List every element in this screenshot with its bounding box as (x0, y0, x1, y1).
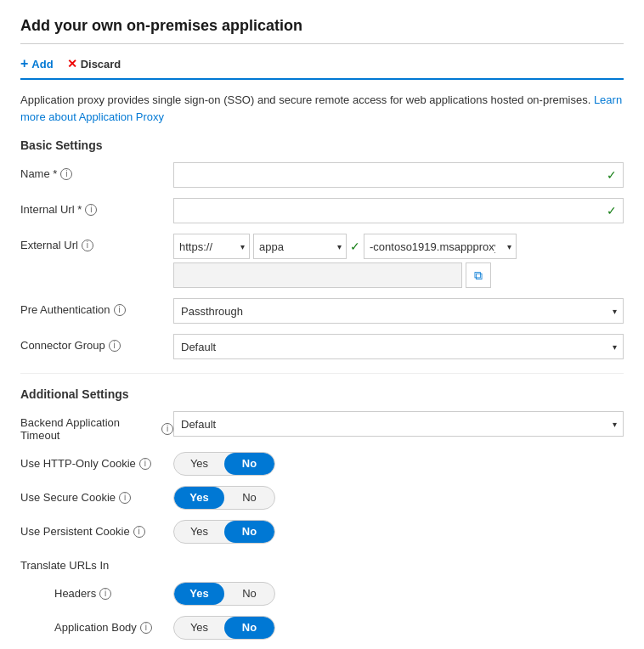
connector-group-select[interactable]: Default (173, 334, 624, 359)
connector-group-label: Connector Group i (20, 334, 173, 352)
external-url-label: External Url i (20, 234, 173, 251)
pre-auth-label: Pre Authentication i (20, 298, 173, 316)
headers-no-option[interactable]: No (224, 583, 274, 605)
scheme-select-wrapper: https:// http:// (173, 234, 250, 259)
name-row: Name * i AppA ✓ (20, 162, 624, 188)
add-button[interactable]: + Add (20, 56, 54, 71)
external-url-row: External Url i https:// http:// appa ✓ -… (20, 234, 624, 288)
subdomain-select-wrapper: appa (253, 234, 347, 259)
http-cookie-info-icon[interactable]: i (139, 458, 151, 470)
app-body-label: Application Body i (54, 616, 173, 634)
plus-icon: + (20, 56, 28, 71)
subdomain-check-icon: ✓ (350, 240, 360, 253)
secure-cookie-row: Use Secure Cookie i Yes No (20, 486, 624, 510)
copy-url-button[interactable]: ⧉ (466, 262, 491, 288)
http-cookie-row: Use HTTP-Only Cookie i Yes No (20, 452, 624, 476)
http-cookie-label: Use HTTP-Only Cookie i (20, 452, 173, 470)
persistent-cookie-row: Use Persistent Cookie i Yes No (20, 520, 624, 544)
description-text: Application proxy provides single sign-o… (20, 92, 624, 125)
headers-yes-option[interactable]: Yes (174, 583, 224, 605)
add-label: Add (31, 58, 53, 71)
backend-timeout-row: Backend Application Timeout i Default Lo… (20, 411, 624, 442)
discard-button[interactable]: ✕ Discard (67, 57, 121, 71)
external-url-controls: https:// http:// appa ✓ -contoso1919.msa… (173, 234, 624, 288)
persistent-cookie-no-option[interactable]: No (224, 521, 274, 543)
toolbar: + Add ✕ Discard (20, 56, 624, 80)
secure-cookie-info-icon[interactable]: i (119, 492, 131, 504)
persistent-cookie-info-icon[interactable]: i (133, 526, 145, 538)
persistent-cookie-label: Use Persistent Cookie i (20, 520, 173, 538)
name-label: Name * i (20, 162, 173, 180)
pre-auth-row: Pre Authentication i Passthrough Azure A… (20, 298, 624, 324)
persistent-cookie-toggle[interactable]: Yes No (173, 520, 275, 544)
secure-cookie-toggle-wrap: Yes No (173, 486, 624, 510)
internal-url-label: Internal Url * i (20, 198, 173, 216)
backend-timeout-select-wrap: Default Long (173, 411, 624, 437)
internal-url-check-icon: ✓ (607, 204, 617, 217)
page-title: Add your own on-premises application (20, 17, 624, 44)
headers-info-icon[interactable]: i (99, 588, 111, 600)
app-body-toggle[interactable]: Yes No (173, 616, 275, 640)
x-icon: ✕ (67, 57, 77, 71)
secure-cookie-toggle[interactable]: Yes No (173, 486, 275, 510)
external-url-full-input: https://appa-contoso1919.msappproxy.net/ (173, 262, 462, 288)
app-body-info-icon[interactable]: i (140, 622, 152, 634)
name-input-wrap: AppA ✓ (173, 162, 624, 188)
domain-select-wrapper: -contoso1919.msappproxy.net/ (364, 234, 517, 259)
section-divider (20, 373, 624, 374)
external-url-display-row: https://appa-contoso1919.msappproxy.net/… (173, 262, 624, 288)
external-url-selects-row: https:// http:// appa ✓ -contoso1919.msa… (173, 234, 624, 259)
secure-cookie-yes-option[interactable]: Yes (174, 487, 224, 509)
discard-label: Discard (81, 58, 121, 71)
http-cookie-toggle-wrap: Yes No (173, 452, 624, 476)
connector-group-row: Connector Group i Default (20, 334, 624, 359)
connector-group-info-icon[interactable]: i (109, 340, 121, 352)
secure-cookie-label: Use Secure Cookie i (20, 486, 173, 504)
name-check-icon: ✓ (607, 168, 617, 182)
headers-row: Headers i Yes No (20, 582, 624, 606)
domain-select[interactable]: -contoso1919.msappproxy.net/ (364, 234, 517, 259)
headers-toggle-wrap: Yes No (173, 582, 624, 606)
connector-group-select-wrap: Default (173, 334, 624, 359)
persistent-cookie-yes-option[interactable]: Yes (174, 521, 224, 543)
secure-cookie-no-option[interactable]: No (224, 487, 274, 509)
basic-settings-title: Basic Settings (20, 138, 624, 152)
headers-label: Headers i (54, 582, 173, 600)
additional-settings-title: Additional Settings (20, 387, 624, 401)
external-url-info-icon[interactable]: i (82, 240, 93, 251)
backend-timeout-label: Backend Application Timeout i (20, 411, 173, 442)
pre-auth-select[interactable]: Passthrough Azure Active Directory (173, 298, 624, 324)
internal-url-input-wrap: https://Server1.contoso.com ✓ (173, 198, 624, 223)
pre-auth-select-wrap: Passthrough Azure Active Directory (173, 298, 624, 324)
internal-url-info-icon[interactable]: i (85, 204, 97, 216)
http-cookie-no-option[interactable]: No (224, 453, 274, 475)
subdomain-select[interactable]: appa (253, 234, 347, 259)
pre-auth-info-icon[interactable]: i (114, 304, 126, 316)
app-body-row: Application Body i Yes No (20, 616, 624, 640)
name-info-icon[interactable]: i (60, 168, 72, 180)
internal-url-row: Internal Url * i https://Server1.contoso… (20, 198, 624, 223)
backend-timeout-info-icon[interactable]: i (161, 423, 173, 435)
scheme-select[interactable]: https:// http:// (173, 234, 250, 259)
app-body-toggle-wrap: Yes No (173, 616, 624, 640)
http-cookie-yes-option[interactable]: Yes (174, 453, 224, 475)
http-cookie-toggle[interactable]: Yes No (173, 452, 275, 476)
translate-urls-title-row: Translate URLs In (20, 554, 624, 572)
internal-url-input[interactable]: https://Server1.contoso.com (173, 198, 624, 223)
headers-toggle[interactable]: Yes No (173, 582, 275, 606)
description-body: Application proxy provides single sign-o… (20, 93, 594, 106)
persistent-cookie-toggle-wrap: Yes No (173, 520, 624, 544)
app-body-no-option[interactable]: No (224, 617, 274, 639)
copy-icon: ⧉ (474, 268, 483, 283)
name-input[interactable]: AppA (173, 162, 624, 188)
backend-timeout-select[interactable]: Default Long (173, 411, 624, 437)
translate-urls-title: Translate URLs In (20, 554, 173, 572)
app-body-yes-option[interactable]: Yes (174, 617, 224, 639)
